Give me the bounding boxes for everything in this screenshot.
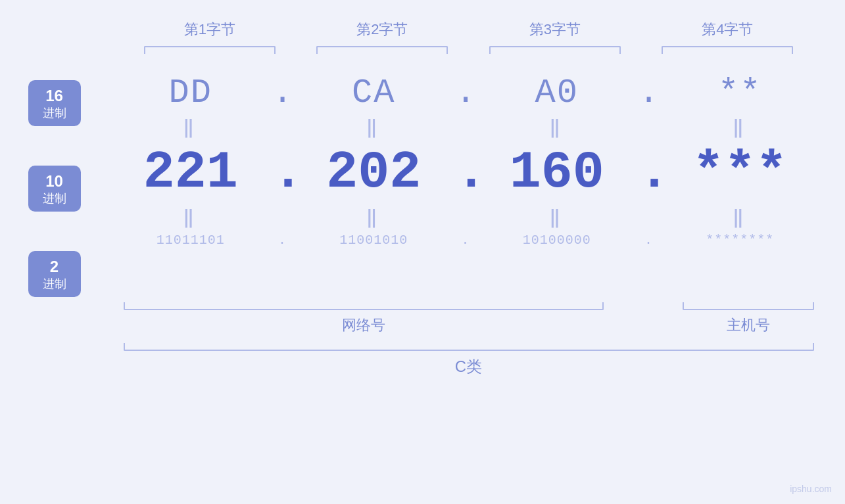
col3-header: 第3字节 [483, 20, 627, 39]
bottom-brackets [124, 302, 814, 310]
base-labels: 16 进制 10 进制 2 进制 [28, 74, 114, 297]
top-brackets [124, 46, 814, 54]
bin-b1: 11011101 [132, 233, 250, 248]
network-label: 网络号 [124, 315, 604, 335]
dec-dot1: . [272, 143, 292, 202]
hex-b2: CA [314, 74, 433, 112]
bin-b3: 10100000 [498, 233, 616, 248]
col1-header: 第1字节 [137, 20, 282, 39]
dec-dot3: . [639, 143, 658, 202]
col2-header: 第2字节 [310, 20, 454, 39]
bottom-brackets-section: 网络号 主机号 [124, 302, 814, 335]
network-bracket [124, 302, 604, 310]
dec-b3: 160 [498, 143, 616, 202]
eq2-b3: ‖ [498, 206, 616, 229]
decimal-row: 221 . 202 . 160 . *** [114, 143, 817, 202]
class-bracket [124, 343, 814, 351]
hex-b1: DD [132, 74, 250, 112]
eq2-b4: ‖ [681, 206, 799, 229]
hex-dot1: . [272, 74, 292, 112]
bracket-col4 [662, 46, 793, 54]
col4-header: 第4字节 [655, 20, 800, 39]
main-data-area: 16 进制 10 进制 2 进制 DD . CA . A0 . ** [28, 74, 817, 297]
host-bracket [683, 302, 814, 310]
eq1-b4: ‖ [681, 116, 799, 139]
host-label: 主机号 [683, 315, 814, 335]
eq2-b2: ‖ [314, 206, 433, 229]
column-headers: 第1字节 第2字节 第3字节 第4字节 [124, 20, 814, 39]
eq1-b3: ‖ [498, 116, 616, 139]
binary-label: 2 进制 [28, 251, 81, 297]
bin-b2: 11001010 [314, 233, 433, 248]
decimal-label: 10 进制 [28, 166, 81, 212]
equals-row-1: ‖ ‖ ‖ ‖ [114, 115, 817, 140]
bin-b4: ******** [681, 233, 799, 248]
hex-dot2: . [455, 74, 475, 112]
hex-row: DD . CA . A0 . ** [114, 74, 817, 112]
binary-row: 11011101 . 11001010 . 10100000 . *******… [114, 233, 817, 248]
dec-dot2: . [455, 143, 475, 202]
data-columns: DD . CA . A0 . ** ‖ ‖ ‖ ‖ 221 . [114, 74, 817, 297]
bracket-labels: 网络号 主机号 [124, 315, 814, 335]
equals-row-2: ‖ ‖ ‖ ‖ [114, 205, 817, 230]
dec-b2: 202 [314, 143, 433, 202]
dec-b1: 221 [132, 143, 250, 202]
bin-dot1: . [272, 233, 292, 248]
main-container: 第1字节 第2字节 第3字节 第4字节 16 进制 10 进制 2 进制 [0, 0, 845, 504]
eq1-b1: ‖ [132, 116, 250, 139]
eq2-b1: ‖ [132, 206, 250, 229]
class-label: C类 [124, 356, 814, 377]
class-section: C类 [124, 343, 814, 377]
hex-dot3: . [639, 74, 658, 112]
bin-dot3: . [639, 233, 658, 248]
watermark: ipshu.com [790, 484, 832, 494]
eq1-b2: ‖ [314, 116, 433, 139]
bracket-col2 [316, 46, 448, 54]
dec-b4: *** [681, 143, 799, 202]
hex-b3: A0 [498, 74, 616, 112]
hex-label: 16 进制 [28, 80, 81, 126]
hex-b4: ** [681, 74, 799, 112]
bracket-col3 [489, 46, 621, 54]
bin-dot2: . [455, 233, 475, 248]
bracket-col1 [144, 46, 276, 54]
